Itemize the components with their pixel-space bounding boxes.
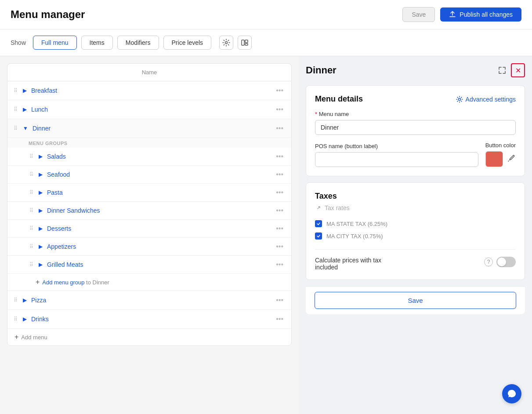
ma-state-checkbox[interactable] (315, 220, 322, 227)
divider (315, 249, 516, 250)
svg-rect-3 (245, 44, 248, 45)
drag-handle-icon[interactable]: ⠿ (29, 189, 34, 196)
more-options-icon[interactable]: ••• (273, 242, 286, 251)
color-row (485, 151, 516, 167)
more-options-icon[interactable]: ••• (273, 295, 286, 305)
menu-name-input[interactable] (315, 120, 516, 135)
menu-item-label[interactable]: Drinks (31, 316, 271, 323)
svg-point-4 (458, 98, 460, 100)
chevron-right-icon[interactable]: ▶ (21, 315, 29, 323)
list-item: ⠿ ▶ Breakfast ••• (7, 81, 291, 100)
button-color-label: Button color (485, 142, 516, 149)
list-item: ⠿ ▶ Drinks ••• (7, 310, 291, 329)
more-options-icon[interactable]: ••• (273, 86, 286, 95)
toolbar-icons (219, 36, 252, 50)
drag-handle-icon[interactable]: ⠿ (13, 124, 18, 132)
group-item-label[interactable]: Pasta (47, 189, 271, 196)
more-options-icon[interactable]: ••• (273, 170, 286, 179)
drag-handle-icon[interactable]: ⠿ (29, 225, 34, 232)
pos-name-input[interactable] (315, 152, 478, 167)
save-button[interactable]: Save (402, 7, 435, 22)
chevron-right-icon[interactable]: ▶ (37, 243, 44, 251)
drag-handle-icon[interactable]: ⠿ (13, 105, 18, 113)
add-group-link[interactable]: Add menu group (42, 279, 84, 286)
group-section-label: MENU GROUPS (7, 138, 291, 148)
menu-item-label[interactable]: Breakfast (31, 87, 271, 94)
more-options-icon[interactable]: ••• (273, 206, 286, 215)
color-swatch[interactable] (485, 151, 503, 167)
card-header: Menu details Advanced settings (315, 94, 516, 104)
chevron-right-icon[interactable]: ▶ (21, 87, 29, 94)
settings-icon[interactable] (219, 36, 233, 50)
panel-controls: ✕ (495, 63, 525, 77)
publish-button[interactable]: Publish all changes (440, 7, 521, 22)
panel-title: Dinner (306, 65, 337, 76)
drag-handle-icon[interactable]: ⠿ (13, 315, 18, 323)
menu-item-label[interactable]: Dinner (33, 125, 271, 132)
add-menu-row[interactable]: + Add menu (7, 329, 291, 345)
chevron-right-icon[interactable]: ▶ (37, 207, 44, 214)
group-item-label[interactable]: Grilled Meats (47, 261, 271, 268)
chat-button[interactable] (502, 384, 521, 403)
add-menu-label[interactable]: Add menu (21, 334, 47, 341)
drag-handle-icon[interactable]: ⠿ (13, 87, 18, 94)
menu-item-label[interactable]: Lunch (31, 106, 271, 113)
chevron-right-icon[interactable]: ▶ (21, 105, 29, 113)
more-options-icon[interactable]: ••• (273, 123, 286, 133)
more-options-icon[interactable]: ••• (273, 152, 286, 161)
tab-modifiers[interactable]: Modifiers (117, 36, 159, 50)
more-options-icon[interactable]: ••• (273, 314, 286, 324)
more-options-icon[interactable]: ••• (273, 105, 286, 114)
chevron-down-icon[interactable]: ▼ (21, 124, 30, 132)
calc-toggle[interactable] (496, 257, 516, 267)
ma-city-label: MA CITY TAX (0.75%) (326, 233, 383, 240)
add-menu-group-row[interactable]: + Add menu group to Dinner (7, 274, 291, 291)
tab-full-menu[interactable]: Full menu (33, 36, 76, 50)
close-icon[interactable]: ✕ (511, 63, 525, 77)
drag-handle-icon[interactable]: ⠿ (13, 296, 18, 304)
card-title: Menu details (315, 94, 363, 104)
chevron-right-icon[interactable]: ▶ (37, 225, 44, 232)
group-item-label[interactable]: Desserts (47, 225, 271, 232)
advanced-settings-link[interactable]: Advanced settings (456, 96, 516, 103)
calc-controls: ? (484, 257, 516, 267)
bottom-save-button[interactable]: Save (315, 292, 516, 309)
menu-item-label[interactable]: Pizza (31, 297, 271, 304)
drag-handle-icon[interactable]: ⠿ (29, 153, 34, 160)
tab-price-levels[interactable]: Price levels (163, 36, 212, 50)
drag-handle-icon[interactable]: ⠿ (29, 243, 34, 251)
drag-handle-icon[interactable]: ⠿ (29, 207, 34, 214)
ma-city-checkbox[interactable] (315, 232, 322, 240)
calc-prices-row: Calculate prices with tax included ? (315, 257, 516, 271)
more-options-icon[interactable]: ••• (273, 224, 286, 233)
group-item-label[interactable]: Salads (47, 153, 271, 160)
view-icon[interactable] (238, 36, 252, 50)
group-item-label[interactable]: Seafood (47, 171, 271, 178)
help-icon[interactable]: ? (484, 258, 493, 266)
tax-rates-link[interactable]: Tax rates (315, 204, 516, 211)
eyedropper-icon[interactable] (507, 154, 515, 164)
group-item-label[interactable]: Dinner Sandwiches (47, 207, 271, 214)
expand-icon[interactable] (495, 63, 509, 77)
left-panel: Name ⠿ ▶ Breakfast ••• ⠿ ▶ Lunch ••• ⠿ ▼… (0, 56, 299, 414)
more-options-icon[interactable]: ••• (273, 260, 286, 269)
taxes-title: Taxes (315, 192, 516, 201)
tax-rates-label: Tax rates (325, 204, 350, 211)
plus-icon: + (14, 333, 18, 341)
ma-state-label: MA STATE TAX (6.25%) (326, 221, 387, 227)
chevron-right-icon[interactable]: ▶ (37, 189, 44, 196)
svg-rect-2 (245, 40, 248, 43)
drag-handle-icon[interactable]: ⠿ (29, 171, 34, 178)
list-item: ⠿ ▶ Appetizers ••• (7, 238, 291, 256)
drag-handle-icon[interactable]: ⠿ (29, 261, 34, 269)
chevron-right-icon[interactable]: ▶ (21, 296, 29, 304)
upload-icon (449, 11, 456, 18)
chevron-right-icon[interactable]: ▶ (37, 171, 44, 178)
chevron-right-icon[interactable]: ▶ (37, 153, 44, 160)
group-item-label[interactable]: Appetizers (47, 243, 271, 250)
tab-items[interactable]: Items (81, 36, 113, 50)
chevron-right-icon[interactable]: ▶ (37, 261, 44, 269)
svg-point-0 (225, 42, 228, 44)
more-options-icon[interactable]: ••• (273, 188, 286, 197)
plus-icon: + (36, 278, 40, 286)
